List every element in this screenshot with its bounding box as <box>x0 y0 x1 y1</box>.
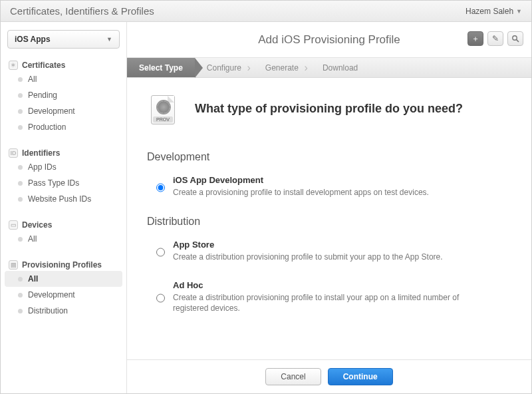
platform-select[interactable]: iOS Apps ▼ <box>7 30 120 49</box>
sidebar-item-label: All <box>28 234 37 244</box>
sidebar-item-all[interactable]: All <box>5 231 122 247</box>
sidebar-item-label: Development <box>28 290 75 299</box>
content-heading: What type of provisioning profile do you… <box>195 102 463 116</box>
edit-button[interactable]: ✎ <box>487 31 503 46</box>
search-icon <box>511 35 519 43</box>
sidebar-item-label: All <box>28 274 38 284</box>
radio-app-store[interactable] <box>156 242 165 263</box>
option-desc-ios-app-dev: Create a provisioning profile to install… <box>173 187 429 198</box>
bullet-icon <box>18 293 23 297</box>
option-title-app-store: App Store <box>173 240 443 250</box>
wizard-steps: Select TypeConfigureGenerateDownload <box>127 58 531 78</box>
sidebar-group-provisioning-profiles[interactable]: ▤Provisioning Profiles <box>5 259 122 271</box>
group-title: Identifiers <box>22 148 60 158</box>
group-title: Provisioning Profiles <box>22 260 102 270</box>
bullet-icon <box>18 109 23 114</box>
sidebar-item-development[interactable]: Development <box>5 103 122 119</box>
sidebar-group-devices[interactable]: ▭Devices <box>5 219 122 231</box>
chevron-down-icon: ▼ <box>516 8 522 15</box>
sidebar-item-pending[interactable]: Pending <box>5 87 122 103</box>
page-title: Certificates, Identifiers & Profiles <box>10 5 154 17</box>
group-icon: ▭ <box>9 220 18 230</box>
option-title-ios-app-dev: iOS App Development <box>173 175 429 185</box>
sidebar-item-label: Pending <box>28 91 57 100</box>
sidebar-item-website-push-ids[interactable]: Website Push IDs <box>5 191 122 207</box>
step-select-type[interactable]: Select Type <box>127 58 195 77</box>
sidebar-item-label: App IDs <box>28 162 57 172</box>
sidebar-item-all[interactable]: All <box>5 71 122 87</box>
bullet-icon <box>18 165 23 170</box>
step-configure[interactable]: Configure <box>195 58 253 77</box>
group-icon: ID <box>9 148 18 158</box>
cancel-button[interactable]: Cancel <box>265 368 321 385</box>
bullet-icon <box>18 277 23 282</box>
user-menu[interactable]: Hazem Saleh ▼ <box>466 7 522 16</box>
main-title: Add iOS Provisioning Profile <box>258 33 400 47</box>
step-generate[interactable]: Generate <box>253 58 311 77</box>
sidebar-item-all[interactable]: All <box>5 271 122 287</box>
continue-button[interactable]: Continue <box>328 368 393 385</box>
sidebar-item-label: Pass Type IDs <box>28 178 79 188</box>
main-panel: Add iOS Provisioning Profile ＋ ✎ Select … <box>127 22 531 393</box>
sidebar-group-certificates[interactable]: ✶Certificates <box>5 59 122 71</box>
svg-point-0 <box>513 36 517 40</box>
sidebar-item-label: Website Push IDs <box>28 194 91 204</box>
option-desc-app-store: Create a distribution provisioning profi… <box>173 252 443 263</box>
sidebar-item-production[interactable]: Production <box>5 119 122 135</box>
sidebar-item-label: All <box>28 75 37 84</box>
search-button[interactable] <box>507 31 523 46</box>
platform-label: iOS Apps <box>15 35 51 44</box>
section-distribution: Distribution <box>147 216 511 228</box>
group-icon: ✶ <box>9 61 18 70</box>
sidebar-item-label: Production <box>28 122 66 132</box>
option-title-ad-hoc: Ad Hoc <box>173 280 479 290</box>
svg-line-1 <box>517 40 519 42</box>
provisioning-icon: PROV <box>147 93 179 124</box>
group-title: Devices <box>22 220 52 230</box>
add-button[interactable]: ＋ <box>467 31 483 46</box>
sidebar-item-distribution[interactable]: Distribution <box>5 303 122 319</box>
bullet-icon <box>18 77 23 82</box>
sidebar-item-label: Distribution <box>28 306 68 315</box>
section-development: Development <box>147 151 511 163</box>
chevron-down-icon: ▼ <box>106 36 112 43</box>
sidebar-item-development[interactable]: Development <box>5 287 122 303</box>
bullet-icon <box>18 237 23 242</box>
footer: Cancel Continue <box>127 359 531 393</box>
radio-ios-app-dev[interactable] <box>156 177 165 198</box>
step-download[interactable]: Download <box>311 58 370 77</box>
bullet-icon <box>18 309 23 313</box>
group-icon: ▤ <box>9 260 18 270</box>
bullet-icon <box>18 125 23 130</box>
option-desc-ad-hoc: Create a distribution provisioning profi… <box>173 292 479 315</box>
sidebar-item-label: Development <box>28 106 75 116</box>
group-title: Certificates <box>22 61 65 70</box>
sidebar: iOS Apps ▼ ✶CertificatesAllPendingDevelo… <box>1 22 127 393</box>
bullet-icon <box>18 197 23 202</box>
sidebar-item-pass-type-ids[interactable]: Pass Type IDs <box>5 175 122 191</box>
sidebar-group-identifiers[interactable]: IDIdentifiers <box>5 147 122 159</box>
radio-ad-hoc[interactable] <box>156 282 165 315</box>
bullet-icon <box>18 93 23 98</box>
user-name: Hazem Saleh <box>466 7 513 16</box>
bullet-icon <box>18 181 23 186</box>
sidebar-item-app-ids[interactable]: App IDs <box>5 159 122 175</box>
